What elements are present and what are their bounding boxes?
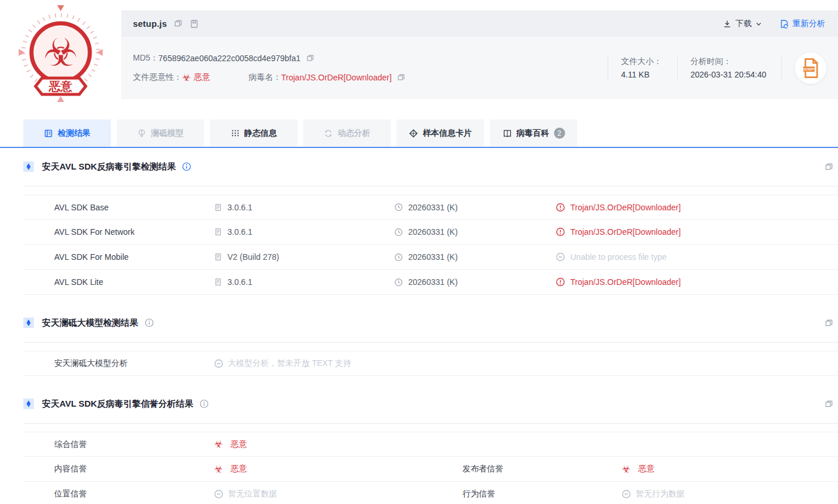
copy-section-icon[interactable] <box>825 163 833 171</box>
analysis-time-value: 2026-03-31 20:54:40 <box>690 70 766 79</box>
virus-name-value: Trojan/JS.OrDeR[Downloader] <box>281 73 391 82</box>
reputation-section-header: 安天AVL SDK反病毒引擎信誉分析结果 <box>23 394 838 414</box>
open-book-icon <box>503 129 512 138</box>
signature-date: 20260331 (K) <box>408 277 458 287</box>
tab-landi-model[interactable]: 澜砥模型 <box>117 119 204 147</box>
top-arrow-icon <box>57 5 64 11</box>
download-button[interactable]: 下载 <box>723 19 762 29</box>
tab-label: 静态信息 <box>244 128 277 139</box>
section-diamond-icon <box>23 161 34 172</box>
table-row: 位置信誉 暂无位置数据 行为信誉 暂无行为数据 <box>23 482 838 504</box>
engine-section-header: 安天AVL SDK反病毒引擎检测结果 <box>23 157 838 177</box>
table-row: 综合信誉 ☣恶意 <box>23 432 838 457</box>
tab-dynamic-analysis[interactable]: 动态分析 <box>303 119 391 147</box>
engine-version: 3.0.6.1 <box>227 227 253 237</box>
encyclopedia-count-badge: 2 <box>554 128 565 139</box>
version-doc-icon <box>214 278 222 286</box>
file-size-label: 文件大小： <box>621 57 662 67</box>
file-header-card: setup.js 下载 <box>121 10 838 104</box>
grid-dots-icon <box>231 129 240 138</box>
reanalyze-button[interactable]: 重新分析 <box>780 19 825 29</box>
script-file-icon: SCRIPT <box>800 57 821 79</box>
table-row: AVL SDK Lite 3.0.6.1 20260331 (K) Trojan… <box>23 270 838 295</box>
reputation-value: 暂无行为数据 <box>636 489 685 499</box>
section-diamond-icon <box>23 399 34 409</box>
reputation-label: 位置信誉 <box>54 489 214 499</box>
signature-date: 20260331 (K) <box>408 203 458 212</box>
engine-name: AVL SDK Lite <box>54 277 214 287</box>
version-doc-icon <box>214 203 222 212</box>
reputation-value: 恶意 <box>638 464 654 474</box>
tab-label: 澜砥模型 <box>151 128 184 139</box>
verdict-label: 恶意 <box>48 80 73 93</box>
info-icon[interactable] <box>199 399 209 408</box>
download-icon <box>723 19 732 29</box>
maliciousness-value: 恶意 <box>194 72 210 83</box>
signature-date: 20260331 (K) <box>408 227 458 237</box>
tab-underline <box>0 147 838 148</box>
biohazard-icon: ☣ <box>182 73 191 83</box>
model-row-value: 大模型分析，暂未开放 TEXT 支持 <box>228 358 351 369</box>
reputation-label: 内容信誉 <box>54 464 214 474</box>
divider <box>781 56 782 80</box>
section-title: 安天澜砥大模型检测结果 <box>42 318 138 329</box>
engine-results-table: AVL SDK Base 3.0.6.1 20260331 (K) Trojan… <box>23 195 838 295</box>
detection-result: Trojan/JS.OrDeR[Downloader] <box>570 203 681 212</box>
md5-value: 7658962ae060a222c0058cd4e979bfa1 <box>159 54 301 63</box>
tab-sample-info-card[interactable]: 样本信息卡片 <box>397 119 484 147</box>
section-title: 安天AVL SDK反病毒引擎信誉分析结果 <box>42 399 193 410</box>
version-doc-icon <box>214 228 222 236</box>
engine-version: V2 (Build 278) <box>227 252 279 262</box>
malicious-verdict-badge: ☣ 恶意 <box>17 3 104 104</box>
main-content: 安天AVL SDK反病毒引擎检测结果 AVL SDK Base 3.0.6.1 … <box>23 157 838 504</box>
minus-circle-icon <box>556 252 565 262</box>
reputation-label: 综合信誉 <box>54 439 214 450</box>
tab-detection-results[interactable]: 检测结果 <box>23 119 111 147</box>
table-row: AVL SDK For Network 3.0.6.1 20260331 (K)… <box>23 220 838 245</box>
divider <box>23 342 838 343</box>
report-icon <box>44 129 53 138</box>
maliciousness-line: 文件恶意性： ☣ 恶意 病毒名： Trojan/JS.OrDeR[Downloa… <box>133 72 405 83</box>
reputation-label: 发布者信誉 <box>462 464 622 474</box>
detection-result: Trojan/JS.OrDeR[Downloader] <box>570 277 681 287</box>
file-header-top: setup.js 下载 <box>121 10 838 37</box>
tab-virus-encyclopedia[interactable]: 病毒百科 2 <box>490 119 577 147</box>
chevron-down-icon <box>755 20 762 27</box>
tab-static-info[interactable]: 静态信息 <box>210 119 297 147</box>
table-row: AVL SDK For Mobile V2 (Build 278) 202603… <box>23 245 838 270</box>
divider <box>23 186 838 186</box>
reputation-label: 行为信誉 <box>462 489 622 499</box>
md5-line: MD5： 7658962ae060a222c0058cd4e979bfa1 <box>133 53 405 64</box>
minus-circle-icon <box>214 489 223 499</box>
verdict-logo-area: ☣ 恶意 <box>0 0 121 104</box>
copy-filename-icon[interactable] <box>174 19 183 28</box>
sample-cube-icon <box>409 129 418 138</box>
info-icon[interactable] <box>182 162 191 171</box>
tab-label: 检测结果 <box>58 128 90 139</box>
copy-virus-name-icon[interactable] <box>397 73 405 82</box>
info-icon[interactable] <box>145 318 154 327</box>
download-label: 下载 <box>735 19 752 29</box>
minus-circle-icon <box>214 359 223 368</box>
minus-circle-icon <box>622 489 631 499</box>
tab-label: 动态分析 <box>338 128 370 139</box>
engine-version: 3.0.6.1 <box>227 203 253 212</box>
copy-md5-icon[interactable] <box>306 54 314 62</box>
alert-circle-icon <box>556 277 565 287</box>
engine-name: AVL SDK Base <box>54 203 214 212</box>
engine-name: AVL SDK For Network <box>54 227 214 237</box>
signature-date: 20260331 (K) <box>408 252 458 262</box>
biohazard-icon: ☣ <box>43 30 78 75</box>
md5-label: MD5： <box>133 53 159 64</box>
tab-bar: 检测结果 澜砥模型 静态信息 动态分析 样本信息卡片 病毒百科 2 <box>23 119 838 147</box>
section-diamond-icon <box>23 318 34 328</box>
analysis-time-stat: 分析时间： 2026-03-31 20:54:40 <box>678 57 781 79</box>
clock-icon <box>394 228 403 237</box>
copy-section-icon[interactable] <box>825 400 833 408</box>
alert-circle-icon <box>556 203 565 212</box>
clock-icon <box>394 278 403 287</box>
bookmark-icon[interactable] <box>190 19 199 29</box>
engine-version: 3.0.6.1 <box>227 277 253 287</box>
tab-label: 样本信息卡片 <box>423 128 472 139</box>
copy-section-icon[interactable] <box>825 319 833 327</box>
